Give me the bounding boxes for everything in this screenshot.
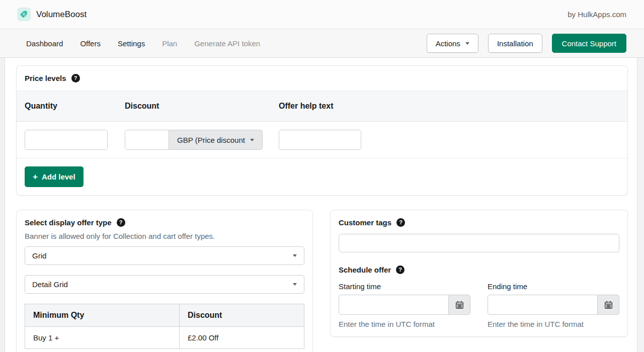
discount-cell: GBP (Price discount: [125, 130, 279, 150]
nav-link-offers[interactable]: Offers: [80, 39, 101, 48]
price-level-row: GBP (Price discount: [17, 122, 627, 158]
quantity-input[interactable]: [25, 130, 108, 150]
nav-link-plan[interactable]: Plan: [162, 39, 177, 48]
quantity-cell: [25, 130, 125, 150]
app-header: VolumeBoost by HulkApps.com: [0, 0, 644, 29]
add-level-button-label: Add level: [42, 172, 75, 181]
price-levels-header: Price levels ?: [17, 66, 627, 91]
left-scroll-gutter: [0, 58, 5, 352]
nav-link-dashboard[interactable]: Dashboard: [26, 39, 63, 48]
ending-time-group: [488, 295, 619, 315]
starting-time-column: Starting time: [339, 282, 470, 328]
display-offer-type-card: Select display offer type ? Banner is al…: [16, 210, 313, 352]
contact-support-button[interactable]: Contact Support: [552, 34, 626, 53]
nav-link-generate-api-token[interactable]: Generate API token: [194, 39, 260, 48]
display-layout-selected-value: Detail Grid: [32, 280, 293, 289]
cards-row: Select display offer type ? Banner is al…: [16, 210, 628, 352]
customer-tags-input[interactable]: [339, 234, 619, 252]
byline: by HulkApps.com: [568, 10, 626, 19]
column-header-discount: Discount: [125, 102, 279, 111]
utc-hint: Enter the time in UTC format: [339, 320, 470, 328]
preview-table-header-row: Minimum Qty Discount: [25, 304, 304, 327]
help-icon[interactable]: ?: [117, 218, 125, 227]
schedule-offer-heading: Schedule offer ?: [339, 266, 619, 274]
price-levels-table-head: Quantity Discount Offer help text: [17, 91, 627, 122]
display-type-select[interactable]: Grid: [25, 246, 304, 265]
chevron-down-icon: [250, 139, 254, 141]
plus-icon: +: [33, 172, 38, 181]
ending-time-column: Ending time: [488, 282, 619, 328]
column-header-offer-help-text: Offer help text: [279, 102, 619, 111]
customer-schedule-card: Customer tags ? Schedule offer ? Startin…: [330, 210, 628, 337]
starting-time-label: Starting time: [339, 282, 470, 291]
customer-tags-title: Customer tags: [339, 218, 391, 227]
price-levels-title: Price levels: [25, 74, 66, 82]
chevron-down-icon: [293, 254, 297, 257]
display-layout-select[interactable]: Detail Grid: [25, 275, 304, 294]
offer-help-text-cell: [279, 130, 619, 150]
discount-tag-icon: [20, 10, 28, 19]
starting-time-calendar-button[interactable]: [449, 295, 470, 315]
chevron-down-icon: [293, 283, 297, 286]
ending-time-input[interactable]: [488, 295, 598, 315]
help-icon[interactable]: ?: [396, 218, 405, 227]
discount-unit-select[interactable]: GBP (Price discount: [169, 130, 263, 150]
page-body: Price levels ? Quantity Discount Offer h…: [0, 58, 644, 352]
column-header-quantity: Quantity: [25, 102, 125, 111]
ending-time-calendar-button[interactable]: [598, 295, 619, 315]
schedule-time-grid: Starting time: [339, 282, 619, 328]
contact-support-button-label: Contact Support: [562, 39, 616, 48]
offer-type-note: Banner is allowed only for Collection an…: [25, 232, 304, 240]
help-icon[interactable]: ?: [71, 74, 80, 82]
preview-table-row: Buy 1 + £2.00 Off: [25, 327, 304, 349]
price-levels-card: Price levels ? Quantity Discount Offer h…: [16, 65, 628, 196]
starting-time-group: [339, 295, 470, 315]
display-type-selected-value: Grid: [32, 251, 293, 260]
calendar-icon: [455, 301, 464, 309]
main-nav: Dashboard Offers Settings Plan Generate …: [0, 29, 644, 58]
offer-help-text-input[interactable]: [279, 130, 361, 150]
installation-button-label: Installation: [497, 39, 533, 48]
nav-buttons: Actions Installation Contact Support: [427, 34, 626, 53]
starting-time-input[interactable]: [339, 295, 449, 315]
app-logo: [17, 8, 31, 21]
app-title: VolumeBoost: [36, 10, 87, 20]
help-icon[interactable]: ?: [396, 266, 405, 274]
price-levels-footer: + Add level: [17, 158, 627, 195]
display-offer-title: Select display offer type: [25, 218, 112, 227]
offer-preview-table: Minimum Qty Discount Buy 1 + £2.00 Off: [25, 304, 304, 349]
preview-column-min-qty: Minimum Qty: [25, 304, 180, 327]
page-content: Price levels ? Quantity Discount Offer h…: [0, 58, 644, 352]
nav-link-settings[interactable]: Settings: [118, 39, 145, 48]
utc-hint: Enter the time in UTC format: [488, 320, 619, 328]
discount-unit-label: GBP (Price discount: [177, 136, 245, 144]
schedule-offer-title: Schedule offer: [339, 266, 391, 274]
ending-time-label: Ending time: [488, 282, 619, 291]
customer-tags-heading: Customer tags ?: [339, 218, 619, 227]
app-brand: VolumeBoost: [17, 8, 87, 21]
calendar-icon: [604, 301, 613, 309]
actions-button[interactable]: Actions: [427, 34, 478, 53]
min-qty-cell: Buy 1 +: [25, 327, 180, 349]
right-scrollbar-track: [637, 58, 644, 352]
preview-column-discount: Discount: [180, 304, 304, 327]
add-level-button[interactable]: + Add level: [25, 166, 84, 187]
discount-amount-input[interactable]: [125, 130, 169, 150]
installation-button[interactable]: Installation: [488, 34, 542, 53]
actions-button-label: Actions: [436, 39, 460, 48]
chevron-down-icon: [465, 42, 469, 45]
discount-value-cell: £2.00 Off: [180, 327, 304, 349]
display-offer-heading: Select display offer type ?: [25, 218, 304, 227]
